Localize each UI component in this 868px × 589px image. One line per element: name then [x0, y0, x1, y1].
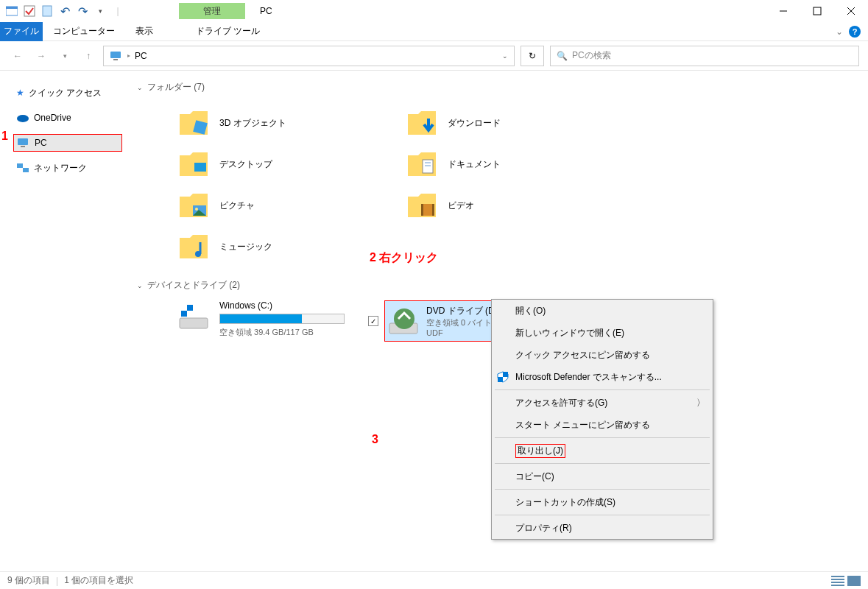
- status-bar: 9 個の項目 | 1 個の項目を選択: [0, 571, 868, 589]
- svg-rect-29: [187, 311, 193, 317]
- view-icons-button[interactable]: [847, 576, 861, 586]
- menu-eject[interactable]: 取り出し(J): [492, 440, 713, 462]
- status-selected-count: 1 個の項目を選択: [64, 574, 133, 587]
- star-icon: ★: [16, 88, 24, 98]
- svg-rect-28: [181, 305, 187, 311]
- svg-rect-33: [498, 377, 503, 382]
- menu-pin-quick-access[interactable]: クイック アクセスにピン留めする: [492, 344, 713, 366]
- chevron-down-icon: ⌄: [137, 282, 143, 289]
- ribbon-tabs: ファイル コンピューター 表示 ドライブ ツール ⌄ ?: [0, 22, 868, 41]
- folder-icon: [406, 191, 437, 220]
- tab-computer[interactable]: コンピューター: [43, 22, 125, 41]
- group-folders[interactable]: ⌄ フォルダー (7): [137, 81, 859, 94]
- view-details-button[interactable]: [831, 576, 844, 586]
- cloud-icon: [16, 113, 29, 122]
- svg-rect-26: [180, 318, 208, 328]
- group-devices[interactable]: ⌄ デバイスとドライブ (2): [137, 279, 859, 292]
- tab-drive-tools[interactable]: ドライブ ツール: [186, 22, 270, 41]
- menu-open-new-window[interactable]: 新しいウィンドウで開く(E): [492, 322, 713, 344]
- folder-pictures[interactable]: ピクチャ: [178, 185, 406, 226]
- app-icon: [6, 5, 18, 17]
- folder-icon: [406, 149, 437, 179]
- pc-icon: [17, 138, 30, 148]
- tab-file[interactable]: ファイル: [0, 22, 43, 41]
- sidebar-pc[interactable]: PC: [13, 134, 122, 152]
- hdd-icon: [178, 300, 209, 331]
- drive-c-name: Windows (C:): [219, 300, 355, 311]
- menu-open[interactable]: 開く(O): [492, 300, 713, 322]
- sidebar-network[interactable]: ネットワーク: [13, 159, 125, 177]
- contextual-tab-manage[interactable]: 管理: [179, 3, 245, 19]
- sidebar-quick-access[interactable]: ★ クイック アクセス: [13, 84, 125, 102]
- maximize-button[interactable]: [800, 0, 834, 22]
- menu-allow-access[interactable]: アクセスを許可する(G)〉: [492, 392, 713, 414]
- svg-rect-3: [43, 6, 52, 16]
- qat-dropdown-icon[interactable]: ▾: [94, 5, 106, 17]
- folder-icon: [178, 149, 209, 179]
- menu-copy[interactable]: コピー(C): [492, 465, 713, 487]
- svg-rect-23: [421, 204, 423, 216]
- address-dropdown-icon[interactable]: ⌄: [502, 52, 508, 60]
- dvd-drive-icon: [388, 306, 419, 336]
- svg-point-10: [17, 115, 29, 122]
- network-icon: [16, 163, 29, 173]
- nav-history-dropdown[interactable]: ▾: [56, 47, 74, 65]
- address-field[interactable]: ▸ PC ⌄: [103, 46, 515, 66]
- folder-3d-objects[interactable]: 3D オブジェクト: [178, 102, 406, 144]
- menu-pin-start[interactable]: スタート メニューにピン留めする: [492, 414, 713, 436]
- svg-point-21: [195, 208, 198, 211]
- svg-rect-8: [110, 52, 121, 58]
- close-button[interactable]: [834, 0, 868, 22]
- search-input[interactable]: 🔍 PCの検索: [550, 46, 859, 66]
- checkbox-qat-icon[interactable]: [24, 5, 35, 17]
- redo-icon[interactable]: ↷: [77, 5, 88, 17]
- properties-qat-icon[interactable]: [41, 5, 53, 17]
- drive-c[interactable]: Windows (C:) 空き領域 39.4 GB/117 GB: [178, 300, 355, 342]
- title-bar: ↶ ↷ ▾ | 管理 PC: [0, 0, 868, 22]
- pc-path-icon: [110, 50, 123, 62]
- svg-rect-16: [194, 163, 206, 172]
- svg-rect-24: [432, 204, 434, 216]
- submenu-arrow-icon: 〉: [696, 397, 705, 409]
- help-icon[interactable]: ?: [849, 26, 861, 38]
- undo-icon[interactable]: ↶: [59, 5, 71, 17]
- refresh-button[interactable]: ↻: [521, 46, 544, 66]
- folder-icon: [178, 232, 209, 261]
- svg-rect-5: [814, 7, 821, 15]
- minimize-button[interactable]: [766, 0, 800, 22]
- nav-back-button[interactable]: ←: [9, 47, 27, 65]
- chevron-down-icon: ⌄: [137, 84, 143, 91]
- address-location: PC: [135, 51, 147, 61]
- context-menu: 開く(O) 新しいウィンドウで開く(E) クイック アクセスにピン留めする Mi…: [491, 299, 713, 540]
- folder-videos[interactable]: ビデオ: [406, 185, 635, 226]
- defender-shield-icon: [496, 370, 509, 384]
- nav-up-button[interactable]: ↑: [80, 47, 97, 65]
- dvd-selection-checkbox[interactable]: ✓: [368, 316, 378, 326]
- folder-icon: [178, 108, 209, 138]
- nav-forward-button[interactable]: →: [32, 47, 50, 65]
- search-icon: 🔍: [557, 51, 568, 61]
- ribbon-expand-icon[interactable]: ⌄: [836, 27, 843, 37]
- svg-rect-32: [503, 372, 508, 377]
- svg-rect-14: [23, 168, 29, 172]
- svg-point-25: [195, 251, 201, 257]
- svg-rect-9: [113, 59, 118, 60]
- folder-icon: [406, 108, 437, 138]
- tab-view[interactable]: 表示: [125, 22, 163, 41]
- menu-create-shortcut[interactable]: ショートカットの作成(S): [492, 491, 713, 513]
- navigation-pane: ★ クイック アクセス OneDrive PC ネットワーク: [0, 71, 125, 586]
- folder-downloads[interactable]: ダウンロード: [406, 102, 635, 144]
- menu-defender-scan[interactable]: Microsoft Defender でスキャンする...: [492, 366, 713, 388]
- sidebar-onedrive[interactable]: OneDrive: [13, 109, 125, 127]
- address-bar: ← → ▾ ↑ ▸ PC ⌄ ↻ 🔍 PCの検索: [0, 41, 868, 71]
- annotation-2: 2 右クリック: [370, 250, 438, 266]
- folder-icon: [178, 191, 209, 220]
- folder-documents[interactable]: ドキュメント: [406, 144, 635, 185]
- drive-c-space: 空き領域 39.4 GB/117 GB: [219, 327, 355, 338]
- folder-desktop[interactable]: デスクトップ: [178, 144, 406, 185]
- annotation-1: 1: [1, 130, 8, 143]
- svg-rect-12: [21, 146, 25, 147]
- svg-rect-1: [6, 7, 18, 9]
- window-title: PC: [260, 6, 272, 16]
- menu-properties[interactable]: プロパティ(R): [492, 517, 713, 539]
